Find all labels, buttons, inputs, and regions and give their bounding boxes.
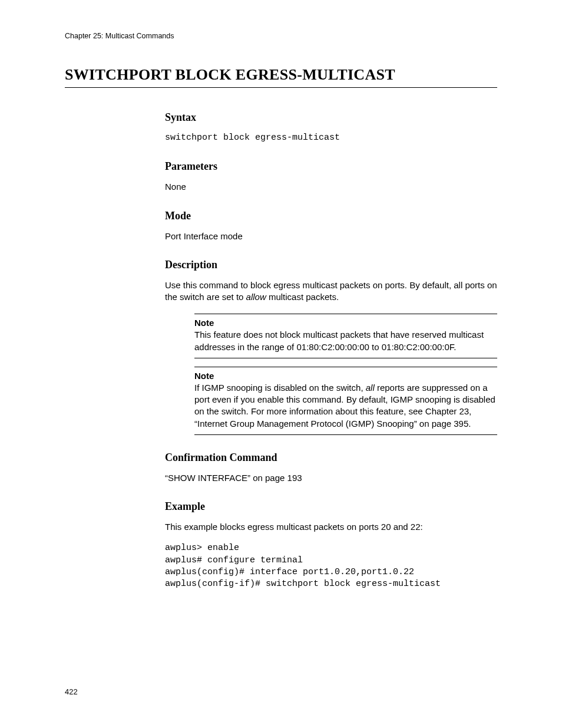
note-body-2: If IGMP snooping is disabled on the swit… bbox=[194, 382, 497, 430]
example-text: This example blocks egress multicast pac… bbox=[165, 521, 497, 533]
description-text-post: multicast packets. bbox=[266, 292, 339, 302]
syntax-heading: Syntax bbox=[165, 111, 497, 124]
note-block-1: Note This feature does not block multica… bbox=[194, 314, 497, 358]
mode-text: Port Interface mode bbox=[165, 230, 497, 242]
note-body-1: This feature does not block multicast pa… bbox=[194, 329, 497, 353]
confirmation-text: “SHOW INTERFACE” on page 193 bbox=[165, 472, 497, 484]
page-number: 422 bbox=[65, 687, 78, 696]
syntax-code: switchport block egress-multicast bbox=[165, 132, 497, 144]
confirmation-heading: Confirmation Command bbox=[165, 452, 497, 464]
example-heading: Example bbox=[165, 500, 497, 513]
description-text: Use this command to block egress multica… bbox=[165, 279, 497, 304]
description-text-italic: allow bbox=[246, 292, 266, 302]
description-heading: Description bbox=[165, 259, 497, 271]
example-code: awplus> enable awplus# configure termina… bbox=[165, 542, 497, 590]
note2-italic: all bbox=[366, 383, 375, 393]
note-label-2: Note bbox=[194, 371, 497, 381]
mode-heading: Mode bbox=[165, 210, 497, 222]
note-block-2: Note If IGMP snooping is disabled on the… bbox=[194, 367, 497, 435]
parameters-heading: Parameters bbox=[165, 160, 497, 173]
page: Chapter 25: Multicast Commands SWITCHPOR… bbox=[0, 0, 562, 728]
command-title: SWITCHPORT BLOCK EGRESS-MULTICAST bbox=[65, 66, 497, 88]
note2-pre: If IGMP snooping is disabled on the swit… bbox=[194, 383, 366, 393]
running-header: Chapter 25: Multicast Commands bbox=[65, 32, 497, 40]
note-label-1: Note bbox=[194, 318, 497, 328]
parameters-text: None bbox=[165, 181, 497, 193]
content-column: Syntax switchport block egress-multicast… bbox=[165, 111, 497, 590]
